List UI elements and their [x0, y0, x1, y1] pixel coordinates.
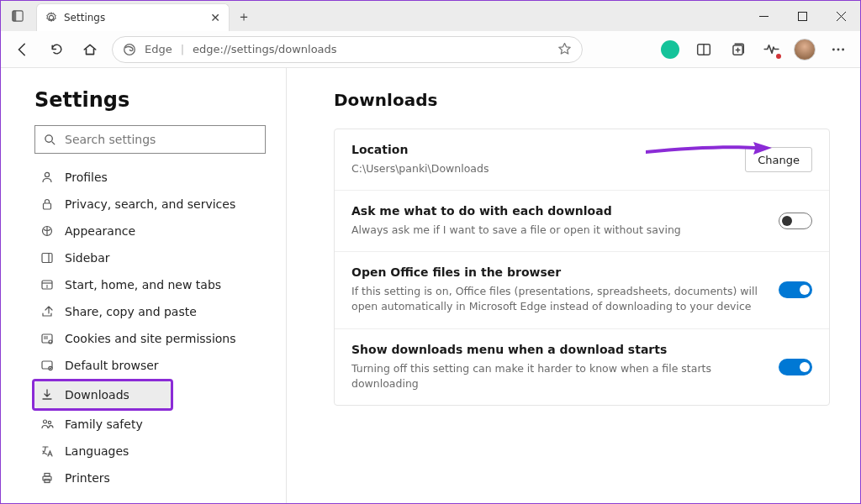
svg-point-12 — [842, 48, 844, 50]
nav-downloads[interactable]: Downloads — [34, 381, 171, 408]
printer-icon — [40, 471, 55, 485]
edge-icon — [123, 43, 136, 56]
settings-sidebar: Settings Profiles Privacy, search, and s… — [1, 68, 287, 503]
app-window: Settings ✕ ＋ Edge | edge://settings/down… — [0, 0, 861, 504]
profile-icon — [40, 171, 55, 184]
svg-line-14 — [52, 141, 55, 144]
showmenu-sub: Turning off this setting can make it har… — [351, 361, 762, 391]
address-bar-url: edge://settings/downloads — [193, 43, 337, 55]
titlebar: Settings ✕ ＋ — [1, 1, 860, 31]
cookies-icon — [40, 332, 55, 345]
location-title: Location — [351, 143, 489, 156]
nav-label: Downloads — [65, 388, 129, 402]
close-window-button[interactable] — [821, 1, 860, 31]
grammarly-extension-icon[interactable] — [655, 34, 685, 65]
nav-profiles[interactable]: Profiles — [34, 164, 274, 191]
download-icon — [40, 388, 55, 402]
nav-label: Sidebar — [65, 251, 110, 265]
back-button[interactable] — [8, 34, 38, 65]
change-location-button[interactable]: Change — [745, 147, 812, 172]
downloads-settings-card: Location C:\Users\panki\Downloads Change… — [334, 129, 830, 406]
highlight-annotation: Downloads — [32, 379, 173, 411]
ask-sub: Always ask me if I want to save a file o… — [351, 223, 681, 238]
office-sub: If this setting is on, Office files (pre… — [351, 284, 762, 314]
search-settings-box[interactable] — [34, 125, 266, 154]
refresh-button[interactable] — [41, 34, 71, 65]
nav-label: Privacy, search, and services — [65, 197, 235, 211]
nav-appearance[interactable]: Appearance — [34, 218, 274, 244]
nav-share[interactable]: Share, copy and paste — [34, 298, 274, 325]
window-controls — [744, 1, 860, 31]
tab-title: Settings — [64, 12, 105, 24]
language-icon — [40, 444, 55, 458]
location-row: Location C:\Users\panki\Downloads Change — [335, 129, 829, 191]
new-tab-button[interactable]: ＋ — [230, 3, 258, 31]
health-icon[interactable] — [756, 34, 786, 65]
nav-label: Languages — [65, 444, 129, 458]
nav-languages[interactable]: Languages — [34, 438, 274, 465]
ask-toggle[interactable] — [779, 213, 812, 229]
nav-printers[interactable]: Printers — [34, 465, 274, 491]
nav-cookies[interactable]: Cookies and site permissions — [34, 325, 274, 352]
settings-main-panel: Downloads Location C:\Users\panki\Downlo… — [287, 68, 860, 503]
nav-default-browser[interactable]: Default browser — [34, 352, 274, 379]
browser-tab-settings[interactable]: Settings ✕ — [36, 3, 230, 31]
office-toggle[interactable] — [779, 281, 812, 298]
home-button[interactable] — [75, 34, 105, 65]
svg-point-13 — [45, 134, 52, 141]
svg-point-27 — [48, 421, 50, 423]
pipe-divider: | — [181, 43, 184, 55]
showmenu-row: Show downloads menu when a download star… — [335, 329, 829, 405]
gear-icon — [45, 12, 57, 24]
svg-point-10 — [832, 48, 835, 50]
page-heading: Downloads — [334, 90, 830, 110]
nav-label: Profiles — [65, 171, 108, 184]
nav-family[interactable]: Family safety — [34, 411, 274, 438]
office-row: Open Office files in the browser If this… — [335, 252, 829, 328]
nav-label: Family safety — [65, 417, 143, 431]
nav-sidebar[interactable]: Sidebar — [34, 244, 274, 271]
svg-point-11 — [837, 48, 840, 50]
search-icon — [44, 134, 56, 146]
nav-label: Default browser — [65, 359, 159, 372]
tab-icon — [40, 278, 55, 291]
showmenu-toggle[interactable] — [779, 359, 812, 375]
appearance-icon — [40, 224, 55, 238]
more-menu-button[interactable] — [823, 34, 853, 65]
nav-privacy[interactable]: Privacy, search, and services — [34, 191, 274, 218]
svg-rect-1 — [13, 11, 16, 21]
ask-row: Ask me what to do with each download Alw… — [335, 191, 829, 252]
minimize-button[interactable] — [744, 1, 783, 31]
nav-start-home[interactable]: Start, home, and new tabs — [34, 271, 274, 298]
svg-point-15 — [45, 172, 49, 176]
address-bar-scheme: Edge — [145, 43, 172, 55]
svg-rect-16 — [44, 203, 51, 209]
address-bar[interactable]: Edge | edge://settings/downloads — [112, 36, 583, 63]
profile-avatar[interactable] — [790, 34, 820, 65]
svg-rect-18 — [42, 254, 52, 263]
tab-actions-button[interactable] — [1, 1, 34, 31]
nav-label: Appearance — [65, 224, 135, 238]
nav-label: Cookies and site permissions — [65, 332, 236, 345]
search-settings-input[interactable] — [65, 133, 256, 146]
page-content: Settings Profiles Privacy, search, and s… — [1, 68, 860, 503]
svg-point-26 — [44, 420, 47, 423]
collections-icon[interactable] — [722, 34, 753, 65]
nav-label: Printers — [65, 471, 110, 485]
ask-title: Ask me what to do with each download — [351, 204, 681, 218]
lock-icon — [40, 197, 55, 211]
office-title: Open Office files in the browser — [351, 265, 762, 279]
svg-rect-29 — [45, 474, 50, 477]
close-tab-button[interactable]: ✕ — [210, 11, 220, 24]
maximize-button[interactable] — [783, 1, 821, 31]
svg-rect-3 — [798, 12, 806, 20]
sidebar-title: Settings — [34, 88, 274, 112]
split-screen-icon[interactable] — [689, 34, 719, 65]
showmenu-title: Show downloads menu when a download star… — [351, 343, 762, 356]
nav-label: Start, home, and new tabs — [65, 278, 221, 291]
favorite-star-icon[interactable] — [557, 42, 572, 56]
nav-label: Share, copy and paste — [65, 305, 197, 318]
family-icon — [40, 417, 55, 431]
toolbar: Edge | edge://settings/downloads — [1, 31, 860, 68]
location-path: C:\Users\panki\Downloads — [351, 161, 489, 176]
